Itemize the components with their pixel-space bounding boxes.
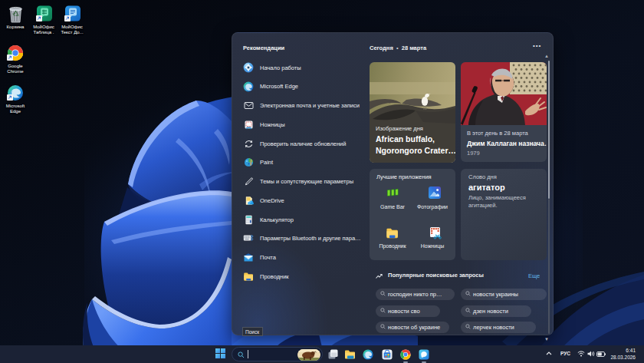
svg-text:Ngorongoro Crater…: Ngorongoro Crater… — [376, 146, 455, 155]
svg-text:Изображение дня: Изображение дня — [376, 125, 423, 132]
svg-text:African buffalo,: African buffalo, — [376, 134, 435, 144]
